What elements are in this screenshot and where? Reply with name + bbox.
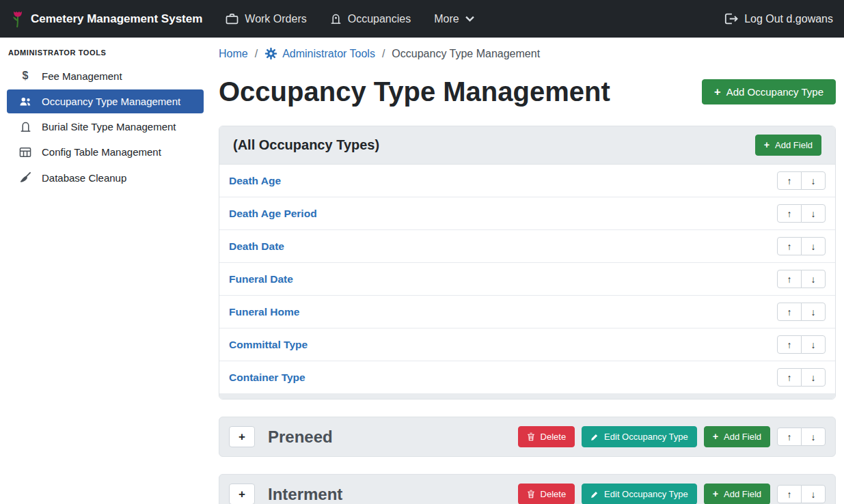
- move-down-button[interactable]: ↓: [801, 428, 826, 446]
- move-up-button[interactable]: ↑: [777, 270, 802, 288]
- move-down-button[interactable]: ↓: [801, 171, 826, 190]
- reorder-buttons: ↑ ↓: [777, 237, 826, 255]
- section-actions: Delete Edit Occupancy Type + Add Field ↑…: [518, 426, 826, 447]
- edit-occupancy-type-button[interactable]: Edit Occupancy Type: [582, 484, 697, 504]
- plus-icon: +: [764, 140, 770, 150]
- move-up-button[interactable]: ↑: [777, 303, 802, 321]
- move-up-button[interactable]: ↑: [777, 237, 802, 255]
- nav-work-orders-label: Work Orders: [245, 13, 306, 25]
- move-up-button[interactable]: ↑: [777, 171, 802, 190]
- nav-more-label: More: [434, 13, 459, 25]
- flower-logo-icon: [11, 10, 25, 28]
- sidebar-item-database-cleanup[interactable]: Database Cleanup: [7, 165, 204, 190]
- plus-icon: +: [713, 489, 718, 499]
- move-up-button[interactable]: ↑: [777, 485, 802, 503]
- sidebar-item-config-table-management[interactable]: Config Table Management: [7, 140, 204, 164]
- add-field-button[interactable]: + Add Field: [704, 426, 770, 447]
- expand-button[interactable]: +: [229, 426, 255, 447]
- reorder-buttons: ↑ ↓: [777, 171, 826, 190]
- add-field-button[interactable]: + Add Field: [704, 484, 770, 504]
- logout-link[interactable]: Log Out d.gowans: [724, 13, 833, 25]
- breadcrumb: Home / Administrator Tool: [219, 47, 836, 60]
- move-down-button[interactable]: ↓: [801, 270, 826, 288]
- sidebar-item-occupancy-type-management[interactable]: Occupancy Type Management: [7, 89, 204, 113]
- app-title: Cemetery Management System: [31, 12, 202, 26]
- breadcrumb-admin-tools[interactable]: Administrator Tools: [264, 47, 375, 60]
- trash-icon: [527, 490, 535, 499]
- broom-icon: [18, 171, 33, 184]
- sidebar: Administrator Tools $ Fee Management Occ…: [0, 38, 210, 504]
- nav-work-orders[interactable]: Work Orders: [226, 13, 306, 25]
- delete-button[interactable]: Delete: [518, 484, 575, 504]
- move-down-button[interactable]: ↓: [801, 485, 826, 503]
- tombstone-icon: [18, 121, 33, 132]
- field-link-death-age-period[interactable]: Death Age Period: [229, 208, 317, 220]
- breadcrumb-home[interactable]: Home: [219, 48, 248, 60]
- move-up-button[interactable]: ↑: [777, 335, 802, 354]
- dollar-icon: $: [18, 70, 33, 82]
- field-link-container-type[interactable]: Container Type: [229, 372, 305, 384]
- move-up-button[interactable]: ↑: [777, 368, 802, 387]
- reorder-buttons: ↑ ↓: [777, 368, 826, 387]
- field-link-death-age[interactable]: Death Age: [229, 175, 281, 187]
- main-content: Home / Administrator Tool: [210, 38, 844, 504]
- field-row: Death Age Period ↑ ↓: [219, 197, 835, 230]
- delete-label: Delete: [541, 489, 567, 499]
- delete-button[interactable]: Delete: [518, 426, 575, 447]
- breadcrumb-admin-tools-label: Administrator Tools: [282, 48, 375, 60]
- gear-icon: [264, 47, 277, 60]
- users-icon: [18, 96, 33, 107]
- sidebar-item-fee-management[interactable]: $ Fee Management: [7, 64, 204, 88]
- plus-icon: +: [713, 432, 718, 441]
- breadcrumb-current: Occupancy Type Management: [392, 48, 540, 60]
- field-row: Death Age ↑ ↓: [219, 165, 835, 197]
- pencil-icon: [590, 490, 599, 499]
- plus-icon: +: [714, 86, 721, 98]
- move-down-button[interactable]: ↓: [801, 237, 826, 255]
- section-title: Preneed: [268, 428, 333, 447]
- all-occupancy-types-header: (All Occupancy Types) + Add Field: [219, 126, 835, 165]
- add-occupancy-type-label: Add Occupancy Type: [726, 86, 823, 98]
- all-occupancy-types-card: (All Occupancy Types) + Add Field Death …: [219, 126, 836, 400]
- add-field-label: Add Field: [724, 489, 761, 499]
- section-actions: Delete Edit Occupancy Type + Add Field ↑…: [518, 484, 826, 504]
- page-title: Occupancy Type Management: [219, 75, 610, 108]
- move-down-button[interactable]: ↓: [801, 335, 826, 354]
- reorder-buttons: ↑ ↓: [777, 204, 826, 223]
- move-down-button[interactable]: ↓: [801, 303, 826, 321]
- move-down-button[interactable]: ↓: [801, 204, 826, 223]
- move-up-button[interactable]: ↑: [777, 428, 802, 446]
- sidebar-item-label: Burial Site Type Management: [42, 121, 176, 132]
- reorder-buttons: ↑ ↓: [777, 335, 826, 354]
- work-orders-icon: [226, 13, 239, 25]
- field-link-committal-type[interactable]: Committal Type: [229, 339, 308, 351]
- reorder-buttons: ↑ ↓: [777, 270, 826, 288]
- field-link-funeral-home[interactable]: Funeral Home: [229, 306, 299, 318]
- sidebar-item-label: Config Table Management: [42, 146, 161, 158]
- all-occupancy-types-title: (All Occupancy Types): [233, 137, 379, 153]
- add-occupancy-type-button[interactable]: + Add Occupancy Type: [702, 79, 836, 104]
- app-brand[interactable]: Cemetery Management System: [11, 10, 202, 28]
- occupancies-icon: [330, 13, 342, 25]
- sidebar-item-burial-site-type-management[interactable]: Burial Site Type Management: [7, 115, 204, 139]
- section-interment: + Interment Delete Edit Occupancy Type +: [219, 474, 836, 504]
- field-row: Funeral Date ↑ ↓: [219, 263, 835, 296]
- breadcrumb-separator: /: [255, 48, 258, 60]
- field-link-funeral-date[interactable]: Funeral Date: [229, 273, 293, 285]
- add-field-button[interactable]: + Add Field: [755, 135, 821, 156]
- trash-icon: [527, 432, 535, 441]
- edit-occupancy-type-button[interactable]: Edit Occupancy Type: [582, 426, 697, 447]
- nav-occupancies[interactable]: Occupancies: [330, 13, 411, 25]
- add-field-label: Add Field: [775, 140, 813, 150]
- card-footer: [219, 394, 835, 399]
- delete-label: Delete: [541, 432, 567, 442]
- nav-more[interactable]: More: [434, 13, 474, 25]
- move-down-button[interactable]: ↓: [801, 368, 826, 387]
- expand-button[interactable]: +: [229, 484, 255, 504]
- move-up-button[interactable]: ↑: [777, 204, 802, 223]
- top-navbar: Cemetery Management System Work Orders O…: [0, 0, 844, 38]
- field-link-death-date[interactable]: Death Date: [229, 240, 284, 253]
- reorder-buttons: ↑ ↓: [777, 303, 826, 321]
- logout-label: Log Out d.gowans: [744, 13, 833, 25]
- breadcrumb-separator: /: [382, 48, 385, 60]
